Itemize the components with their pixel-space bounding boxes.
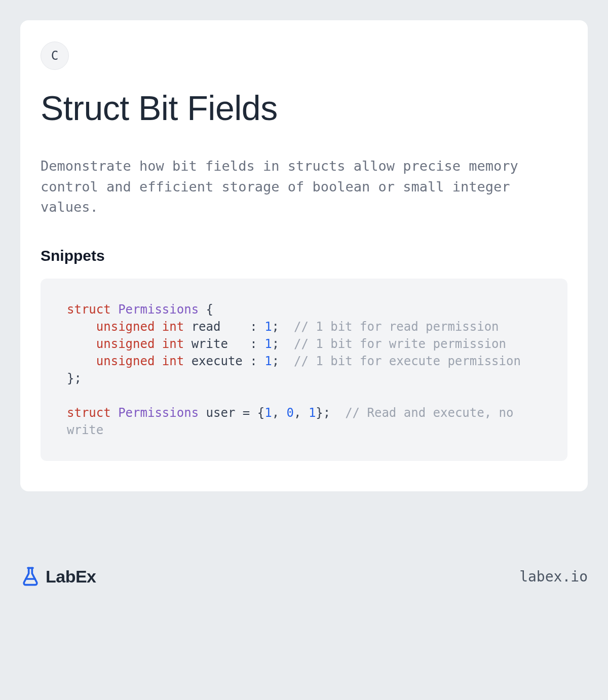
code-keyword: int [162,337,184,351]
brand-url: labex.io [519,568,588,585]
code-typename: Permissions [118,302,199,317]
code-number: 1 [264,354,272,368]
code-keyword: unsigned [96,320,155,334]
code-keyword: struct [67,406,111,420]
code-typename: Permissions [118,406,199,420]
code-brace: { [206,302,213,317]
code-keyword: int [162,320,184,334]
code-number: 1 [309,406,316,420]
code-semi: ; [323,406,330,420]
code-brace: { [257,406,264,420]
code-brace: } [316,406,323,420]
code-colon: : [250,337,257,351]
code-number: 1 [264,406,272,420]
code-comma: , [272,406,279,420]
language-badge-letter: C [51,49,58,63]
page-title: Struct Bit Fields [41,88,567,128]
brand: LabEx [20,566,96,587]
code-number: 1 [264,337,272,351]
language-badge: C [41,42,69,70]
flask-icon [20,566,41,587]
code-comma: , [294,406,301,420]
code-keyword: struct [67,302,111,317]
content-card: C Struct Bit Fields Demonstrate how bit … [20,20,588,491]
brand-name: LabEx [46,567,96,587]
code-brace-close: }; [67,371,82,385]
code-semi: ; [272,337,279,351]
page-description: Demonstrate how bit fields in structs al… [41,156,567,218]
snippets-heading: Snippets [41,247,567,264]
code-comment: // 1 bit for execute permission [294,354,521,368]
code-ident: write [192,337,228,351]
code-keyword: unsigned [96,354,155,368]
code-number: 1 [264,320,272,334]
code-number: 0 [287,406,294,420]
code-semi: ; [272,354,279,368]
code-ident: execute [192,354,243,368]
code-comment: // 1 bit for write permission [294,337,506,351]
code-keyword: int [162,354,184,368]
code-keyword: unsigned [96,337,155,351]
code-colon: : [250,354,257,368]
code-eq: = [243,406,250,420]
code-ident: user [206,406,236,420]
code-comment: // 1 bit for read permission [294,320,499,334]
code-semi: ; [272,320,279,334]
code-snippet: struct Permissions { unsigned int read :… [41,279,567,461]
footer: LabEx labex.io [20,566,588,587]
code-ident: read [192,320,221,334]
code-colon: : [250,320,257,334]
